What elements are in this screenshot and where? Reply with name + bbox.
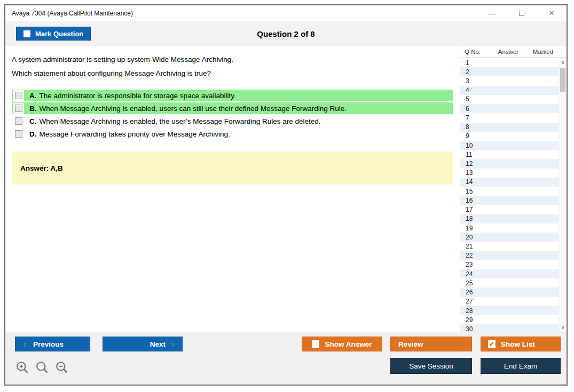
question-list-row[interactable]: 6 [460,104,559,113]
row-q-number: 5 [460,95,487,103]
row-q-number: 29 [460,316,487,324]
question-list-row[interactable]: 15 [460,187,559,196]
row-q-number: 22 [460,252,487,259]
previous-button[interactable]: ‹ Previous [15,337,90,351]
row-q-number: 12 [460,160,487,167]
row-q-number: 27 [460,298,487,305]
option-a-checkbox[interactable] [15,92,22,99]
show-answer-button[interactable]: Show Answer [302,337,382,351]
title-bar: Avaya 7304 (Avaya CallPilot Maintenance)… [5,5,567,21]
row-q-number: 10 [460,142,487,149]
row-q-number: 16 [460,197,487,204]
question-panel: A system administrator is setting up sys… [5,46,460,332]
question-list-scrollbar[interactable]: ∧ ∨ [559,58,567,332]
option-b-letter: B. [29,105,37,113]
option-a-letter: A. [29,92,37,100]
question-list-row[interactable]: 28 [460,306,559,315]
option-d-text: Message Forwarding takes priority over M… [40,130,230,138]
question-list-row[interactable]: 24 [460,269,559,278]
question-list-row[interactable]: 21 [460,242,559,251]
question-list-row[interactable]: 17 [460,205,559,214]
row-q-number: 26 [460,289,487,296]
question-list-row[interactable]: 3 [460,76,559,85]
question-list-row[interactable]: 4 [460,86,559,95]
save-session-button[interactable]: Save Session [390,358,472,374]
window-title: Avaya 7304 (Avaya CallPilot Maintenance) [5,10,477,17]
row-q-number: 23 [460,261,487,268]
row-q-number: 20 [460,234,487,241]
question-list-row[interactable]: 29 [460,315,559,324]
question-list-row[interactable]: 26 [460,287,559,297]
row-q-number: 14 [460,178,487,186]
question-list-row[interactable]: 13 [460,169,559,178]
answer-text: Answer: A,B [20,164,63,172]
save-session-label: Save Session [409,362,453,370]
maximize-icon [519,11,524,16]
minimize-button[interactable]: — [477,5,507,21]
row-q-number: 17 [460,206,487,213]
maximize-button[interactable] [507,5,537,21]
question-list-row[interactable]: 11 [460,150,559,159]
question-text-line2: Which statement about configuring Messag… [12,69,453,77]
question-list-row[interactable]: 7 [460,113,559,122]
row-q-number: 3 [460,77,487,85]
row-q-number: 2 [460,68,487,76]
question-list-row[interactable]: 14 [460,178,559,187]
row-q-number: 30 [460,325,487,332]
question-text-line1: A system administrator is setting up sys… [12,55,453,63]
option-d-checkbox[interactable] [15,130,22,138]
row-q-number: 6 [460,105,487,113]
question-list-row[interactable]: 5 [460,95,559,104]
question-list-row[interactable]: 9 [460,132,559,141]
scrollbar-thumb[interactable] [560,68,565,92]
next-button[interactable]: Next › [103,337,183,351]
option-d[interactable]: D. Message Forwarding takes priority ove… [12,128,453,140]
question-list-row[interactable]: 1 [460,58,559,67]
scroll-down-icon: ∨ [561,325,565,330]
close-button[interactable]: × [537,5,567,21]
previous-label: Previous [33,340,64,348]
zoom-reset-button[interactable] [35,360,50,375]
row-q-number: 8 [460,123,487,131]
row-q-number: 1 [460,59,487,67]
question-list-row[interactable]: 20 [460,233,559,242]
mark-question-checkbox[interactable] [23,30,30,37]
question-list-row[interactable]: 16 [460,196,559,205]
show-list-button[interactable]: ✔ Show List [481,337,561,351]
question-list-row[interactable]: 19 [460,223,559,233]
chevron-left-icon: ‹ [23,339,26,349]
zoom-in-icon [15,361,29,374]
show-list-checkbox[interactable]: ✔ [488,340,496,348]
footer-bar: ‹ Previous Next › Show Answer Review ▲ ✔… [5,332,567,385]
mark-question-button[interactable]: Mark Question [16,27,91,41]
question-list-row[interactable]: 12 [460,159,559,168]
question-list-rows: 1 2 3 4 [460,58,559,332]
show-list-label: Show List [501,340,535,348]
option-b[interactable]: B. When Message Archiving is enabled, us… [12,102,453,114]
option-c[interactable]: C. When Message Archiving is enabled, th… [12,115,453,127]
scrollbar-down-button[interactable]: ∨ [559,323,567,332]
option-a[interactable]: A. The administrator is responsible for … [12,90,453,101]
question-list-row[interactable]: 25 [460,278,559,287]
review-button[interactable]: Review ▲ [390,337,472,351]
option-c-text: When Message Archiving is enabled, the u… [40,117,321,125]
question-list-row[interactable]: 8 [460,123,559,132]
show-answer-checkbox[interactable] [312,340,319,348]
row-q-number: 19 [460,225,487,232]
zoom-out-button[interactable] [54,360,69,375]
option-c-checkbox[interactable] [15,117,22,125]
question-list-row[interactable]: 23 [460,260,559,269]
chevron-up-icon: ▲ [459,341,464,347]
question-list-row[interactable]: 27 [460,297,559,306]
option-b-checkbox[interactable] [15,105,22,112]
app-window: Avaya 7304 (Avaya CallPilot Maintenance)… [4,4,568,386]
show-answer-label: Show Answer [325,340,372,348]
question-list-row[interactable]: 22 [460,251,559,260]
zoom-in-button[interactable] [15,360,30,375]
question-list-row[interactable]: 30 [460,324,559,332]
question-list-row[interactable]: 18 [460,214,559,223]
scrollbar-up-button[interactable]: ∧ [559,58,567,67]
end-exam-button[interactable]: End Exam [481,358,561,374]
question-list-row[interactable]: 2 [460,67,559,76]
question-list-row[interactable]: 10 [460,141,559,150]
